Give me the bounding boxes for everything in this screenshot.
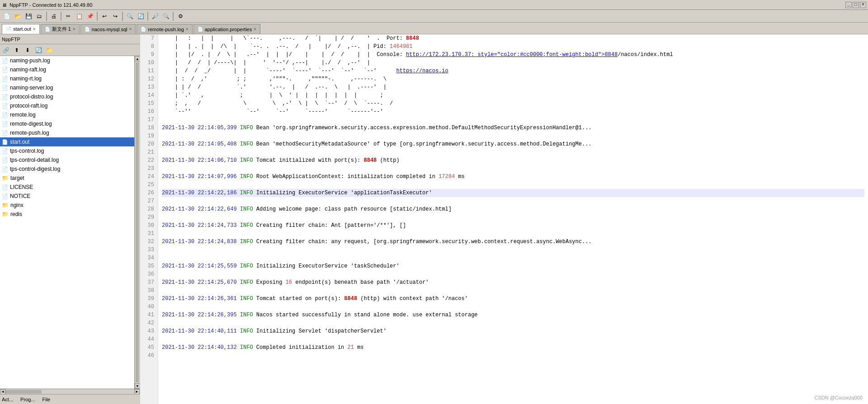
code-line: `--'' `--' `--' `-----' `------'--' [162, 108, 864, 116]
file-icon: 📄 [2, 103, 8, 109]
list-item[interactable]: 📄remote.log [0, 110, 134, 119]
list-item[interactable]: 📄naming-raft.log [0, 65, 134, 74]
list-item[interactable]: 📁redis [0, 210, 134, 219]
undo-button[interactable]: ↩ [99, 11, 109, 21]
file-icon: 📄 [2, 193, 8, 199]
file-label: naming-raft.log [10, 66, 46, 73]
sep2 [61, 12, 61, 21]
code-line [162, 230, 864, 238]
file-icon: 📄 [2, 157, 8, 163]
sidebar-title: NppFTP [2, 37, 20, 42]
save-all-button[interactable]: 🗂 [34, 11, 44, 21]
new-file-button[interactable]: 📄 [2, 11, 12, 21]
code-line: 2021-11-30 22:14:25,559 INFO Initializin… [162, 262, 864, 270]
tab-new-file1[interactable]: 📄 新文件 1 × [41, 24, 80, 34]
minimize-button[interactable]: _ [845, 2, 852, 8]
open-button[interactable]: 📂 [13, 11, 23, 21]
code-line: 2021-11-30 22:14:05,408 INFO Bean 'metho… [162, 140, 864, 148]
list-item[interactable]: 📄remote-push.log [0, 128, 134, 137]
code-line: | | / / `.' '.--. | / .--. \ | .----' | [162, 83, 864, 91]
tab-label: nacos-mysql.sql [92, 27, 127, 32]
tab-label: application.properties [205, 27, 252, 32]
list-item[interactable]: 📄protocol-distro.log [0, 92, 134, 101]
scroll-thumb[interactable] [136, 62, 139, 382]
tab-start-out[interactable]: 📄 start.out × [2, 24, 40, 34]
tab-file-icon: 📄 [85, 27, 90, 32]
copy-button[interactable]: 📋 [74, 11, 84, 21]
list-item[interactable]: 📄start.out [0, 137, 134, 146]
tab-app-properties[interactable]: 📄 application.properties × [193, 24, 260, 34]
sidebar-scrollbar-horizontal[interactable]: ◀ ▶ [0, 389, 140, 394]
list-item[interactable]: 📄naming-rt.log [0, 74, 134, 83]
redo-button[interactable]: ↪ [110, 11, 120, 21]
tab-close-button[interactable]: × [186, 27, 189, 32]
sidebar-btn4[interactable]: 🔄 [33, 45, 43, 55]
line-number: 38 [144, 287, 154, 295]
scroll-thumb-h[interactable] [5, 390, 42, 394]
zoom-out-button[interactable]: 🔍 [161, 11, 171, 21]
list-item[interactable]: 📄naming-server.log [0, 83, 134, 92]
list-item[interactable]: 📄NOTICE [0, 192, 134, 201]
sidebar-btn2[interactable]: ⬆ [12, 45, 22, 55]
scroll-right-btn[interactable]: ▶ [134, 389, 140, 395]
cut-button[interactable]: ✂ [63, 11, 73, 21]
sidebar-file-list[interactable]: 📄naming-push.log📄naming-raft.log📄naming-… [0, 56, 134, 389]
list-item[interactable]: 📄remote-digest.log [0, 119, 134, 128]
file-label: protocol-distro.log [10, 94, 53, 100]
line-number: 31 [144, 230, 154, 238]
code-content[interactable]: 7891011121314151617181920212223242526272… [140, 34, 868, 404]
list-item[interactable]: 📁target [0, 174, 134, 183]
list-item[interactable]: 📄naming-push.log [0, 56, 134, 65]
sidebar-btn3[interactable]: ⬇ [23, 45, 33, 55]
file-icon: 📄 [2, 148, 8, 154]
maximize-button[interactable]: □ [853, 2, 859, 8]
save-button[interactable]: 💾 [24, 11, 33, 21]
list-item[interactable]: 📄LICENSE [0, 183, 134, 192]
sidebar-btn5[interactable]: 📁 [44, 45, 54, 55]
tab-nacos-mysql[interactable]: 📄 nacos-mysql.sql × [80, 24, 136, 34]
list-item[interactable]: 📄tps-control.log [0, 146, 134, 155]
line-number: 46 [144, 352, 154, 360]
code-line [162, 319, 864, 327]
line-number: 18 [144, 124, 154, 132]
replace-button[interactable]: 🔄 [136, 11, 146, 21]
tab-label: 新文件 1 [52, 26, 71, 33]
zoom-in-button[interactable]: 🔎 [150, 11, 160, 21]
sidebar-scroll-area: 📄naming-push.log📄naming-raft.log📄naming-… [0, 56, 140, 389]
file-icon: 📄 [2, 58, 8, 64]
scroll-down-btn[interactable]: ▼ [135, 383, 140, 389]
sidebar-scrollbar-vertical[interactable]: ▲ ▼ [134, 56, 140, 389]
search-button[interactable]: 🔍 [125, 11, 135, 21]
scroll-up-btn[interactable]: ▲ [135, 56, 140, 61]
print-button[interactable]: 🖨 [49, 11, 59, 21]
tab-remote-push[interactable]: 📄 remote-push.log × [137, 24, 192, 34]
close-button[interactable]: × [860, 2, 866, 8]
line-number: 36 [144, 270, 154, 278]
tab-close-button[interactable]: × [129, 27, 132, 32]
sep5 [147, 12, 148, 21]
tab-close-button[interactable]: × [73, 27, 75, 32]
folder-icon: 📁 [2, 175, 9, 181]
list-item[interactable]: 📄tps-control-digest.log [0, 164, 134, 174]
code-line [162, 197, 864, 205]
macro-button[interactable]: ⚙ [175, 11, 185, 21]
tab-close-button[interactable]: × [254, 27, 256, 32]
line-number: 44 [144, 335, 154, 343]
list-item[interactable]: 📄tps-control-detail.log [0, 155, 134, 164]
scroll-left-btn[interactable]: ◀ [0, 389, 5, 395]
list-item[interactable]: 📁nginx [0, 201, 134, 210]
sidebar-btn1[interactable]: 🔗 [1, 45, 11, 55]
line-number: 16 [144, 108, 154, 116]
code-lines: | : | | | \`---. ,---. / `| | / / ' . Po… [158, 34, 868, 404]
sep4 [122, 12, 123, 21]
sep3 [97, 12, 98, 21]
editor-area: 7891011121314151617181920212223242526272… [140, 34, 868, 404]
line-number: 40 [144, 303, 154, 311]
line-number: 23 [144, 164, 154, 173]
tab-close-button[interactable]: × [33, 27, 36, 32]
paste-button[interactable]: 📌 [85, 11, 95, 21]
file-label: naming-push.log [10, 57, 50, 64]
tab-file-icon: 📄 [6, 27, 11, 32]
file-icon: 📄 [2, 184, 8, 190]
list-item[interactable]: 📄protocol-raft.log [0, 101, 134, 110]
